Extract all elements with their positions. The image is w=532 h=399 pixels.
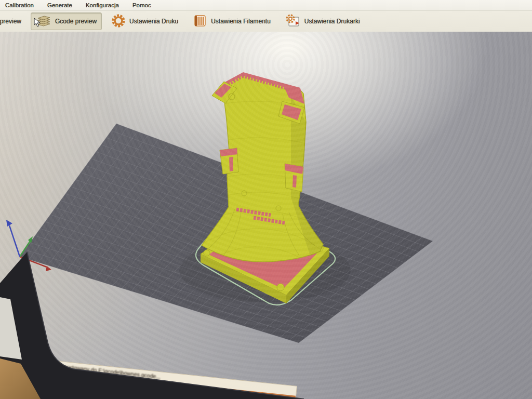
print-settings-button[interactable]: Ustawienia Druku xyxy=(106,12,183,30)
mouse-cursor-icon xyxy=(34,18,41,27)
viewport-canvas[interactable] xyxy=(0,32,532,399)
menu-item-calibration[interactable]: Calibration xyxy=(5,2,34,8)
toolbar: 3d preview Gcode xyxy=(0,11,532,32)
filament-settings-button[interactable]: Ustawienia Filamentu xyxy=(188,12,276,30)
printer-settings-button[interactable]: Ustawienia Drukarki xyxy=(280,12,365,30)
gcode-preview-label: Gcode preview xyxy=(55,18,97,25)
filament-settings-label: Ustawienia Filamentu xyxy=(211,18,271,25)
3d-preview-label: 3d preview xyxy=(0,18,21,25)
menu-bar: Calibration Generate Konfiguracja Pomoc xyxy=(0,0,532,11)
filament-spool-icon xyxy=(193,14,207,29)
z-axis-icon xyxy=(9,225,20,257)
gcode-preview-button[interactable]: Gcode preview xyxy=(31,12,102,30)
notification-status-icon xyxy=(18,374,24,379)
menu-item-pomoc[interactable]: Pomoc xyxy=(132,2,151,8)
gear-icon xyxy=(111,14,126,30)
print-settings-label: Ustawienia Druku xyxy=(129,18,178,25)
printer-settings-label: Ustawienia Drukarki xyxy=(304,18,360,25)
menu-item-generate[interactable]: Generate xyxy=(47,2,72,8)
3d-viewport[interactable] xyxy=(0,32,532,399)
gcode-layers-icon xyxy=(36,14,51,29)
photo-of-monitor: Calibration Generate Konfiguracja Pomoc … xyxy=(0,0,532,399)
3d-preview-button[interactable]: 3d preview xyxy=(0,12,26,30)
menu-item-konfiguracja[interactable]: Konfiguracja xyxy=(86,2,119,8)
slicer-window: Calibration Generate Konfiguracja Pomoc … xyxy=(0,0,532,399)
printer-gear-icon xyxy=(285,14,301,30)
